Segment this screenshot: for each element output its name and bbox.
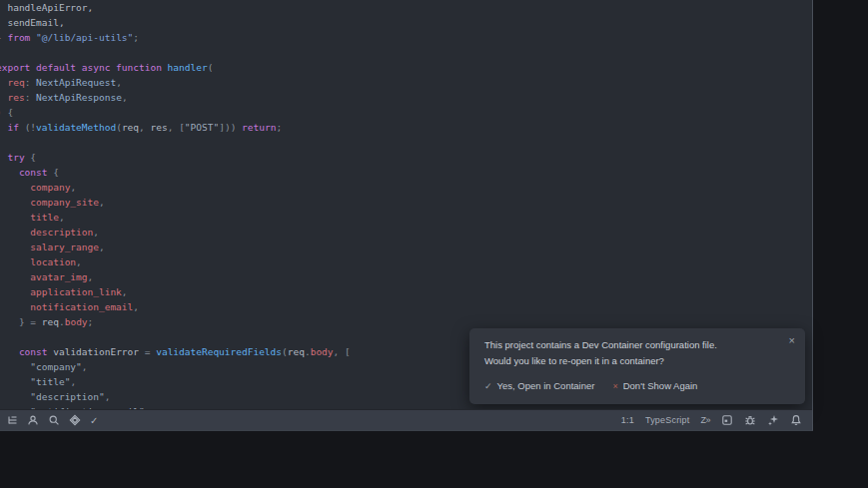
code-line: export default async function handler( [0, 60, 351, 75]
code-line: application_link, [0, 284, 351, 299]
code-lines: handleApiError, sendEmail,} from "@/lib/… [0, 0, 351, 409]
code-line: sendEmail, [0, 15, 351, 30]
dont-show-again-button[interactable]: ×Don't Show Again [612, 378, 697, 394]
code-line: const { [0, 165, 351, 180]
code-line: req: NextApiRequest, [0, 75, 351, 90]
code-line: try { [0, 150, 351, 165]
code-line: res: NextApiResponse, [0, 90, 351, 105]
code-line [0, 135, 351, 150]
code-line: company_site, [0, 195, 351, 210]
code-line: "company", [0, 359, 351, 374]
desktop-background: { "colors": { "editor_bg": "#282c33", "s… [0, 0, 868, 488]
code-line: ) { [0, 105, 351, 120]
close-icon: × [612, 378, 617, 394]
toast-action-label: Yes, Open in Container [497, 378, 595, 394]
close-icon[interactable]: × [789, 334, 795, 346]
code-line: if (!validateMethod(req, res, ["POST"]))… [0, 120, 351, 135]
vscode-window: handleApiError, sendEmail,} from "@/lib/… [0, 0, 813, 431]
bell-icon[interactable] [790, 410, 802, 431]
code-line: company, [0, 180, 351, 195]
search-icon[interactable] [48, 410, 60, 431]
account-icon[interactable] [27, 410, 39, 431]
gem-icon[interactable] [69, 410, 81, 431]
bug-icon[interactable] [744, 410, 756, 431]
toast-message-line1: This project contains a Dev Container co… [484, 337, 775, 353]
code-line: } = req.body; [0, 314, 351, 329]
code-line: description, [0, 225, 351, 240]
code-line: notification_email, [0, 299, 351, 314]
check-icon: ✓ [484, 378, 492, 394]
list-tree-icon[interactable] [6, 410, 18, 431]
code-line: avatar_img, [0, 269, 351, 284]
yes-open-in-container-button[interactable]: ✓Yes, Open in Container [484, 378, 594, 394]
z-fold-icon[interactable]: Z» [700, 410, 710, 431]
code-line [0, 329, 351, 344]
code-line: const validationError = validateRequired… [0, 344, 351, 359]
status-bar: ✓ 1:1 TypeScript Z» [0, 409, 812, 430]
code-line: salary_range, [0, 240, 351, 254]
code-line: title, [0, 210, 351, 225]
toast-actions: ✓Yes, Open in Container×Don't Show Again [484, 378, 775, 394]
code-line: "description", [0, 389, 351, 404]
cursor-position[interactable]: 1:1 [621, 415, 634, 425]
screencast-icon[interactable] [721, 410, 733, 431]
status-bar-right: 1:1 TypeScript Z» [621, 410, 812, 431]
status-bar-left: ✓ [0, 410, 98, 431]
toast-message-line2: Would you like to re-open it in a contai… [484, 353, 775, 369]
code-line: } from "@/lib/api-utils"; [0, 30, 351, 45]
code-line: "title", [0, 374, 351, 389]
code-line: location, [0, 254, 351, 269]
code-line: handleApiError, [0, 0, 351, 15]
code-line [0, 45, 351, 60]
notification-toast: This project contains a Dev Container co… [469, 328, 805, 404]
check-icon[interactable]: ✓ [90, 410, 98, 431]
language-indicator[interactable]: TypeScript [645, 415, 690, 425]
toast-action-label: Don't Show Again [623, 378, 698, 394]
sparkle-icon[interactable] [767, 410, 779, 431]
